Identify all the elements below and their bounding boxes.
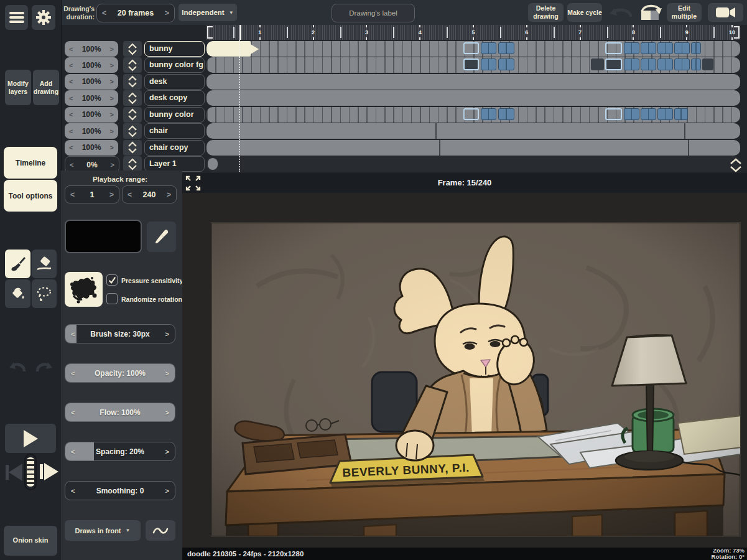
drawing-canvas[interactable]: BEVERLY BUNNY, P.I.	[182, 193, 747, 548]
playback-end-stepper[interactable]: < 240 >	[122, 185, 177, 203]
timeline-cell[interactable]	[624, 108, 639, 120]
tab-tool-options[interactable]: Tool options	[4, 180, 57, 212]
layer-track[interactable]	[206, 90, 740, 106]
pressure-sensitivity-checkbox[interactable]	[106, 274, 118, 286]
drawings-label-button[interactable]: Drawing's label	[332, 4, 415, 22]
layer-reorder-button[interactable]	[123, 107, 142, 123]
timeline-cell[interactable]	[702, 58, 713, 70]
spacing-slider[interactable]: <Spacing: 20%>	[65, 442, 175, 461]
timeline-cell[interactable]	[674, 58, 690, 70]
timeline-cell[interactable]	[641, 58, 656, 70]
opacity-slider[interactable]: <Opacity: 100%>	[65, 363, 175, 383]
layer-track[interactable]	[206, 41, 740, 57]
delete-drawing-button[interactable]: Delete drawing	[528, 3, 564, 22]
make-cycle-button[interactable]: Make cycle	[567, 3, 602, 22]
timeline-cell[interactable]	[481, 58, 496, 70]
layer-reorder-button[interactable]	[123, 57, 142, 73]
lasso-tool-button[interactable]	[32, 279, 57, 308]
timeline-cell[interactable]	[674, 42, 690, 54]
timeline-cell[interactable]	[591, 58, 604, 70]
layer-reorder-button[interactable]	[123, 123, 142, 139]
layer-track[interactable]	[206, 156, 740, 172]
brush-tool-button[interactable]	[5, 250, 30, 278]
flow-slider[interactable]: <Flow: 100%>	[65, 403, 175, 422]
timeline-cell[interactable]	[657, 108, 673, 120]
canvas-artwork[interactable]: BEVERLY BUNNY, P.I.	[182, 193, 747, 548]
playback-start-stepper[interactable]: < 1 >	[65, 185, 119, 203]
timeline-cell[interactable]	[463, 42, 479, 54]
eyedropper-button[interactable]	[147, 222, 176, 252]
layer-name-field[interactable]: chair copy	[144, 140, 205, 156]
layer-name-field[interactable]: chair	[144, 123, 205, 139]
timeline-cell[interactable]	[605, 108, 622, 120]
duration-decrement[interactable]: <	[97, 9, 111, 17]
layer-track[interactable]	[206, 57, 740, 73]
timeline-cell[interactable]	[674, 108, 688, 120]
current-drawing-block[interactable]	[206, 41, 251, 57]
smoothing-curve-button[interactable]	[146, 520, 175, 541]
redo-sidebar-button[interactable]	[34, 358, 54, 375]
timeline-cell[interactable]	[657, 42, 673, 54]
undo-button[interactable]	[606, 4, 636, 21]
undo-sidebar-button[interactable]	[7, 358, 27, 375]
settings-button[interactable]	[32, 5, 55, 30]
duration-stepper[interactable]: < 20 frames >	[96, 4, 175, 22]
layer-track[interactable]	[206, 123, 740, 139]
add-drawing-button[interactable]: Add drawing	[33, 70, 59, 105]
draws-in-front-dropdown[interactable]: Draws in front ▼	[65, 520, 141, 541]
layer-opacity-stepper[interactable]: <100%>	[65, 41, 118, 57]
playhead-tick[interactable]	[239, 25, 241, 40]
layer-name-field[interactable]: Layer 1	[144, 156, 205, 172]
layer-track[interactable]	[206, 74, 740, 90]
timeline-cell[interactable]	[691, 42, 701, 54]
timeline-cell[interactable]	[605, 58, 622, 70]
edit-multiple-button[interactable]: Edit multiple	[667, 3, 702, 22]
timeline-cell[interactable]	[641, 108, 656, 120]
layer-track[interactable]	[206, 140, 740, 156]
layer-opacity-stepper[interactable]: <100%>	[65, 140, 118, 156]
redo-button[interactable]	[638, 3, 664, 22]
onion-skin-button[interactable]: Onion skin	[4, 526, 57, 556]
layer-track[interactable]	[206, 107, 740, 123]
layer-name-field[interactable]: bunny color	[144, 107, 205, 123]
brush-preview[interactable]	[65, 272, 103, 307]
layer-opacity-stepper[interactable]: <100%>	[65, 90, 118, 106]
brush-size-slider[interactable]: <Brush size: 30px>	[65, 324, 175, 343]
scrub-wheel[interactable]	[24, 454, 37, 490]
smoothing-slider[interactable]: <Smoothing: 0>	[65, 481, 175, 500]
fill-tool-button[interactable]	[5, 279, 30, 308]
layer-opacity-stepper[interactable]: <100%>	[65, 123, 118, 139]
timeline-cell[interactable]	[463, 58, 479, 70]
timeline-ruler[interactable]: 12345678910	[206, 25, 740, 40]
collapse-timeline-button[interactable]	[728, 157, 744, 173]
timeline-cell[interactable]	[657, 58, 673, 70]
step-forward-button[interactable]	[39, 457, 60, 486]
timeline-cell[interactable]	[463, 108, 479, 120]
duration-increment[interactable]: >	[160, 9, 174, 17]
timeline-cell[interactable]	[498, 42, 514, 54]
layer-opacity-stepper[interactable]: <100%>	[65, 57, 118, 73]
export-video-button[interactable]	[708, 3, 743, 22]
layer-reorder-button[interactable]	[123, 74, 142, 90]
playhead-line[interactable]	[239, 40, 240, 172]
color-swatch[interactable]	[65, 220, 142, 253]
timeline-cell[interactable]	[691, 58, 701, 70]
layer-reorder-button[interactable]	[123, 140, 142, 156]
layer-name-field[interactable]: desk	[144, 74, 205, 90]
menu-button[interactable]	[5, 5, 28, 30]
layer-name-field[interactable]: bunny color fg	[144, 57, 205, 73]
timeline-cell[interactable]	[624, 58, 639, 70]
tab-timeline[interactable]: Timeline	[4, 147, 57, 179]
timeline-cell[interactable]	[481, 108, 496, 120]
eraser-tool-button[interactable]	[32, 250, 57, 278]
play-button[interactable]	[5, 424, 56, 453]
drawing-block[interactable]	[208, 158, 218, 170]
layer-reorder-button[interactable]	[123, 90, 142, 106]
modify-layers-button[interactable]: Modify layers	[5, 70, 31, 105]
layer-reorder-button[interactable]	[123, 41, 142, 57]
layer-opacity-stepper[interactable]: <100%>	[65, 107, 118, 123]
drawing-block-handle[interactable]	[251, 44, 259, 54]
timeline-cell[interactable]	[624, 42, 639, 54]
timeline-cell[interactable]	[498, 58, 514, 70]
step-back-button[interactable]	[4, 459, 24, 486]
